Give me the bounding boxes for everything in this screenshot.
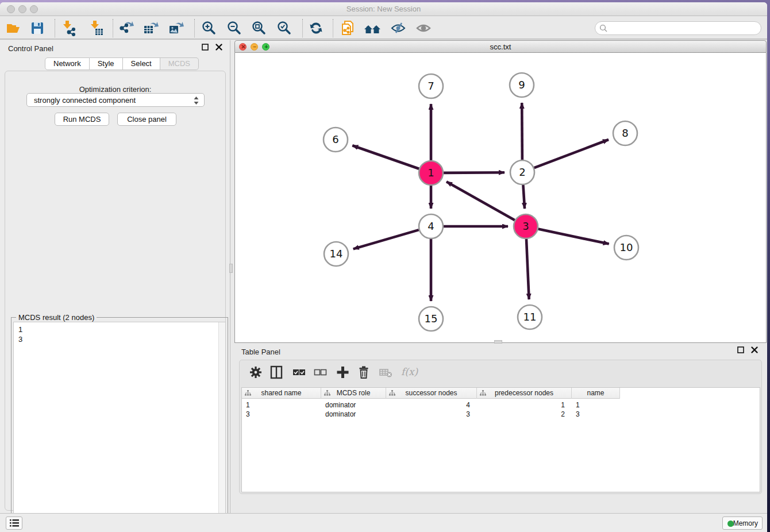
- svg-text:1: 1: [428, 167, 434, 179]
- table-cell: 3: [386, 410, 477, 419]
- table-cell: 4: [386, 400, 477, 410]
- tab-network[interactable]: Network: [45, 57, 90, 70]
- table-cell: 1: [572, 400, 620, 410]
- optimization-criterion-label: Optimization criterion:: [5, 85, 225, 94]
- deselect-all-checkbox-icon[interactable]: [312, 365, 328, 381]
- result-line: 3: [18, 334, 225, 344]
- graph-edge-3-10[interactable]: [538, 229, 609, 244]
- control-panel-title: Control Panel: [8, 44, 53, 53]
- open-file-icon[interactable]: [5, 20, 22, 37]
- column-header-successor-nodes[interactable]: successor nodes: [386, 388, 477, 399]
- graph-node-1[interactable]: 1: [419, 161, 443, 185]
- graph-edge-3-11[interactable]: [526, 239, 529, 299]
- sort-hierarchy-icon: [480, 390, 486, 396]
- show-eye-icon[interactable]: [415, 20, 432, 37]
- export-network-icon[interactable]: [117, 20, 134, 37]
- add-column-icon[interactable]: [334, 365, 351, 381]
- app-window: Session: New Session: [0, 2, 767, 532]
- control-panel: Control Panel NetworkStyleSelectMCDS Opt…: [0, 40, 230, 515]
- float-panel-icon[interactable]: [201, 44, 209, 52]
- svg-text:2: 2: [519, 166, 525, 178]
- table-float-panel-icon[interactable]: [737, 346, 745, 354]
- graph-edge-3-1[interactable]: [446, 182, 515, 220]
- network-title-bar: ✕ − + scc.txt: [234, 40, 767, 53]
- graph-node-2[interactable]: 2: [510, 160, 534, 184]
- svg-text:8: 8: [622, 127, 628, 139]
- zoom-in-icon[interactable]: [200, 20, 217, 37]
- clone-network-icon[interactable]: [339, 20, 356, 37]
- select-stepper-icon: [193, 96, 199, 105]
- table-cell: 2: [477, 410, 572, 419]
- sort-hierarchy-icon: [324, 390, 330, 396]
- tab-style[interactable]: Style: [90, 57, 123, 70]
- export-table-icon[interactable]: [142, 20, 159, 37]
- node-table[interactable]: shared nameMCDS rolesuccessor nodesprede…: [241, 387, 760, 492]
- task-history-icon[interactable]: [6, 516, 22, 530]
- refresh-icon[interactable]: [307, 20, 325, 37]
- select-all-checkbox-icon[interactable]: [291, 365, 307, 381]
- status-bar: Memory: [0, 513, 767, 532]
- mcds-result-list[interactable]: 13: [13, 322, 226, 532]
- search-input[interactable]: [610, 23, 757, 33]
- optimization-criterion-select[interactable]: strongly connected component: [26, 93, 205, 107]
- graph-edge-1-2[interactable]: [444, 172, 505, 173]
- gear-icon[interactable]: [248, 365, 264, 381]
- graph-node-9[interactable]: 9: [510, 73, 534, 97]
- graph-node-11[interactable]: 11: [518, 305, 542, 329]
- table-row[interactable]: 1dominator411: [242, 400, 760, 410]
- graph-edge-2-8[interactable]: [534, 140, 609, 168]
- mcds-tab-content: Optimization criterion: strongly connect…: [5, 71, 226, 511]
- network-canvas[interactable]: 1234678910111415: [234, 53, 767, 343]
- zoom-selected-icon[interactable]: [275, 20, 292, 37]
- run-mcds-button[interactable]: Run MCDS: [55, 113, 109, 126]
- column-header-predecessor-nodes[interactable]: predecessor nodes: [477, 388, 572, 399]
- graph-node-8[interactable]: 8: [613, 121, 637, 145]
- graph-node-15[interactable]: 15: [419, 307, 443, 331]
- delete-table-icon[interactable]: [378, 365, 394, 381]
- column-header-MCDS-role[interactable]: MCDS role: [321, 388, 386, 399]
- svg-text:3: 3: [522, 220, 529, 232]
- zoom-out-icon[interactable]: [225, 20, 242, 37]
- column-header-shared-name[interactable]: shared name: [242, 388, 321, 399]
- graph-edge-2-9[interactable]: [522, 103, 522, 160]
- graph-edge-2-3[interactable]: [523, 185, 525, 209]
- column-icon[interactable]: [268, 365, 284, 381]
- import-network-icon[interactable]: [60, 20, 77, 37]
- graph-edge-4-14[interactable]: [353, 230, 419, 249]
- delete-icon[interactable]: [356, 365, 372, 381]
- window-title: Session: New Session: [0, 5, 767, 13]
- close-panel-button[interactable]: Close panel: [117, 113, 176, 126]
- function-builder-icon[interactable]: f(x): [401, 366, 418, 377]
- horizontal-splitter-grip[interactable]: [494, 340, 502, 344]
- graph-node-4[interactable]: 4: [419, 214, 443, 238]
- table-row[interactable]: 3dominator323: [242, 410, 760, 419]
- zoom-fit-icon[interactable]: [250, 20, 267, 37]
- table-cell: dominator: [321, 410, 386, 419]
- table-close-panel-icon[interactable]: [750, 346, 759, 354]
- svg-text:11: 11: [523, 311, 537, 323]
- table-header: shared nameMCDS rolesuccessor nodesprede…: [242, 388, 620, 399]
- save-session-icon[interactable]: [29, 20, 46, 37]
- tab-mcds[interactable]: MCDS: [160, 57, 199, 70]
- graph-node-6[interactable]: 6: [324, 128, 348, 152]
- graph-node-3[interactable]: 3: [514, 214, 538, 238]
- export-image-icon[interactable]: [167, 20, 184, 37]
- memory-button[interactable]: Memory: [722, 516, 763, 530]
- graph-node-14[interactable]: 14: [324, 242, 348, 266]
- optimization-criterion-value: strongly connected component: [34, 96, 136, 105]
- graph-node-10[interactable]: 10: [614, 236, 638, 260]
- vertical-splitter-grip[interactable]: [229, 264, 233, 273]
- close-panel-icon[interactable]: [215, 44, 223, 52]
- table-panel: Table Panel: [234, 344, 767, 515]
- home-icon[interactable]: [363, 20, 380, 37]
- graph-node-7[interactable]: 7: [419, 74, 443, 98]
- hide-panel-icon[interactable]: [390, 20, 407, 37]
- import-table-icon[interactable]: [87, 20, 105, 37]
- result-line: 1: [18, 325, 225, 334]
- result-scrollbar[interactable]: [218, 322, 225, 532]
- table-panel-box: f(x) shared nameMCDS rolesuccessor nodes…: [239, 360, 762, 494]
- graph-edge-1-6[interactable]: [352, 145, 419, 169]
- column-header-name[interactable]: name: [572, 388, 620, 399]
- main-toolbar: [0, 17, 767, 40]
- tab-select[interactable]: Select: [123, 57, 160, 70]
